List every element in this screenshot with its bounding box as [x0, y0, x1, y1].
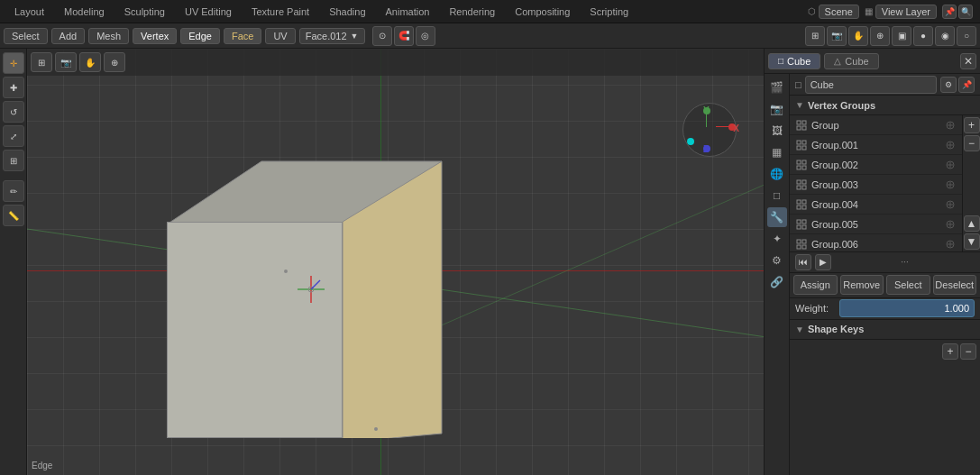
- data-props-tab[interactable]: △ Cube: [824, 53, 878, 69]
- group-item[interactable]: Group: [790, 115, 962, 135]
- group-type-icon: [795, 178, 808, 191]
- pin-btn[interactable]: 📌: [942, 5, 957, 19]
- select-btn[interactable]: Select: [886, 275, 930, 295]
- vertex-groups-section-header[interactable]: ▼ Vertex Groups: [790, 96, 980, 115]
- svg-rect-32: [802, 186, 806, 189]
- viewport[interactable]: Y X Z ⊞ 📷 ✋ ⊕ Edge: [27, 49, 764, 475]
- select-mode-btn[interactable]: Select: [4, 28, 48, 44]
- tab-compositing[interactable]: Compositing: [508, 0, 577, 23]
- zoom-btn[interactable]: ⊕: [870, 26, 890, 46]
- shape-keys-section-header[interactable]: ▼ Shape Keys: [790, 320, 980, 340]
- uv-btn[interactable]: UV: [265, 28, 295, 44]
- rotate-tool-btn[interactable]: ↺: [3, 101, 24, 123]
- move-up-btn[interactable]: ▲: [964, 215, 980, 232]
- shading-wire-btn[interactable]: ▣: [892, 26, 911, 46]
- group-item[interactable]: Group.005: [790, 215, 962, 234]
- search-btn[interactable]: 🔍: [958, 5, 973, 19]
- group-item[interactable]: Group.001: [790, 135, 962, 155]
- assign-btn[interactable]: Assign: [793, 275, 838, 295]
- tab-animation[interactable]: Animation: [379, 0, 437, 23]
- prop-object-btn[interactable]: □: [767, 186, 787, 206]
- object-props-tab[interactable]: □ Cube: [768, 53, 820, 69]
- group-link-icon: [944, 218, 957, 231]
- tab-sculpting[interactable]: Sculpting: [117, 0, 172, 23]
- shading-render-btn[interactable]: ○: [957, 26, 976, 46]
- tab-uv-editing[interactable]: UV Editing: [178, 0, 239, 23]
- group-item[interactable]: Group.003: [790, 175, 962, 195]
- group-item[interactable]: Group.004: [790, 195, 962, 215]
- prop-world-btn[interactable]: 🌐: [767, 164, 787, 184]
- mesh-btn[interactable]: Mesh: [88, 28, 129, 44]
- camera-btn[interactable]: 📷: [827, 26, 847, 46]
- vertex-btn[interactable]: Vertex: [133, 28, 177, 44]
- weight-label: Weight:: [795, 303, 834, 314]
- hand-btn[interactable]: ✋: [848, 26, 868, 46]
- shape-keys-remove-btn[interactable]: −: [960, 343, 976, 360]
- svg-rect-50: [797, 240, 801, 243]
- overlay-btn[interactable]: ⊞: [805, 26, 825, 46]
- gizmo-svg: [298, 276, 325, 303]
- group-item[interactable]: Group.006: [790, 234, 962, 251]
- prop-output-btn[interactable]: 🖼: [767, 121, 787, 141]
- play-prev-btn[interactable]: ⏮: [795, 254, 811, 270]
- shading-solid-btn[interactable]: ●: [913, 26, 933, 46]
- viewport-zoom-btn[interactable]: ⊕: [104, 52, 125, 72]
- snap-btn[interactable]: 🧲: [394, 26, 414, 46]
- tab-modeling[interactable]: Modeling: [57, 0, 112, 23]
- move-down-btn[interactable]: ▼: [964, 233, 980, 250]
- prop-modifier-btn[interactable]: 🔧: [767, 207, 787, 227]
- face-select-dropdown[interactable]: Face.012 ▼: [299, 28, 365, 44]
- tab-rendering[interactable]: Rendering: [442, 0, 502, 23]
- play-btn[interactable]: ▶: [815, 254, 831, 270]
- prop-scene-btn[interactable]: 🎬: [767, 78, 787, 97]
- prop-render-btn[interactable]: 📷: [767, 99, 787, 119]
- deselect-btn[interactable]: Deselect: [933, 275, 977, 295]
- group-item[interactable]: Group.002: [790, 155, 962, 175]
- obj-settings-btn[interactable]: ⚙: [940, 77, 957, 93]
- properties-content: □ ⚙ 📌 ▼ Vertex Groups: [790, 74, 980, 475]
- vertex-groups-list[interactable]: Group Group.001: [790, 115, 962, 251]
- cube-vertex-dot: [284, 269, 288, 273]
- navigation-gizmo[interactable]: Y X Z: [678, 98, 741, 161]
- svg-rect-11: [802, 126, 806, 130]
- tab-texture-paint[interactable]: Texture Paint: [244, 0, 316, 23]
- transform-pivot-btn[interactable]: ◎: [416, 26, 435, 46]
- tab-scripting[interactable]: Scripting: [582, 0, 636, 23]
- gizmo-cyan-dot[interactable]: [687, 138, 694, 145]
- transform-tool-btn[interactable]: ⊞: [3, 150, 24, 171]
- move-tool-btn[interactable]: ✚: [3, 77, 24, 98]
- add-group-btn[interactable]: +: [964, 117, 980, 133]
- svg-rect-31: [797, 186, 801, 189]
- remove-btn[interactable]: Remove: [840, 275, 884, 295]
- remove-group-btn[interactable]: −: [964, 135, 980, 151]
- edge-btn[interactable]: Edge: [180, 28, 220, 44]
- view-layer-dropdown[interactable]: View Layer: [875, 5, 937, 19]
- scale-tool-btn[interactable]: ⤢: [3, 125, 24, 147]
- scene-dropdown[interactable]: Scene: [819, 5, 859, 19]
- svg-rect-46: [802, 225, 806, 229]
- cube-icon: □: [778, 56, 783, 66]
- gizmo-z-label: Z: [703, 144, 709, 154]
- shading-mat-btn[interactable]: ◉: [935, 26, 955, 46]
- annotate-btn[interactable]: ✏: [3, 180, 24, 202]
- add-btn[interactable]: Add: [51, 28, 86, 44]
- prop-view-layer-btn[interactable]: ▦: [767, 142, 787, 162]
- tab-layout[interactable]: Layout: [7, 0, 51, 23]
- object-name-field[interactable]: [805, 76, 937, 94]
- measure-btn[interactable]: 📏: [3, 205, 24, 226]
- weight-input[interactable]: [839, 299, 975, 317]
- prop-constraint-btn[interactable]: 🔗: [767, 272, 787, 292]
- obj-pin-btn[interactable]: 📌: [958, 77, 975, 93]
- svg-rect-51: [802, 240, 806, 243]
- shape-keys-add-btn[interactable]: +: [942, 343, 958, 360]
- prop-particle-btn[interactable]: ✦: [767, 229, 787, 249]
- cursor-tool-btn[interactable]: ✛: [3, 52, 24, 74]
- viewport-grid-btn[interactable]: ⊞: [31, 52, 52, 72]
- viewport-camera-btn[interactable]: 📷: [55, 52, 77, 72]
- viewport-hand-btn[interactable]: ✋: [79, 52, 101, 72]
- proportional-edit-btn[interactable]: ⊙: [372, 26, 392, 46]
- tab-shading[interactable]: Shading: [322, 0, 372, 23]
- face-btn[interactable]: Face: [224, 28, 261, 44]
- panel-expand-btn[interactable]: ✕: [960, 53, 976, 69]
- prop-physics-btn[interactable]: ⚙: [767, 251, 787, 270]
